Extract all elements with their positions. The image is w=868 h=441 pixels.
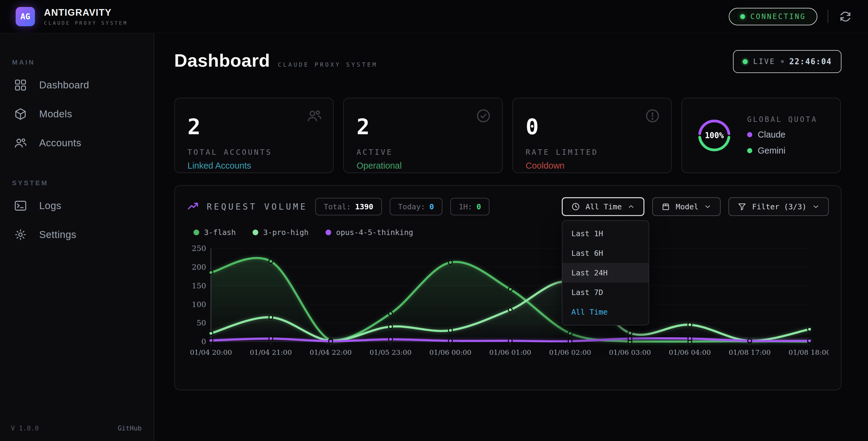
app-logo: AG (16, 7, 35, 26)
dropdown-option-last-7d[interactable]: Last 7D (562, 283, 649, 302)
dropdown-option-last-6h[interactable]: Last 6H (562, 243, 649, 263)
live-clock: 22:46:04 (789, 57, 832, 66)
legend-dot-icon (326, 230, 331, 235)
legend-label: 3-pro-high (263, 228, 309, 237)
model-filter-button[interactable]: Model (652, 197, 721, 216)
total-accounts-label: TOTAL ACCOUNTS (187, 148, 320, 156)
total-accounts-value: 2 (187, 116, 320, 138)
svg-text:01/06 03:00: 01/06 03:00 (609, 348, 651, 356)
svg-text:01/08 18:00: 01/08 18:00 (788, 348, 829, 356)
legend-item-opus-4-5-thinking[interactable]: opus-4-5-thinking (326, 228, 413, 237)
live-label: LIVE (753, 57, 775, 66)
svg-text:01/04 20:00: 01/04 20:00 (190, 348, 232, 356)
users-icon (14, 136, 27, 150)
svg-text:100: 100 (192, 300, 206, 309)
total-pill-label: Total: (324, 202, 351, 211)
quota-legend-gemini: Gemini (747, 146, 817, 156)
app-version: V 1.0.0 (11, 424, 39, 432)
terminal-icon (14, 199, 27, 212)
live-status-badge: LIVE 22:46:04 (733, 50, 841, 73)
time-range-button[interactable]: All Time (562, 197, 644, 216)
svg-text:150: 150 (192, 282, 206, 290)
chart-legend: 3-flash3-pro-highopus-4-5-thinking (187, 228, 829, 237)
svg-text:01/06 01:00: 01/06 01:00 (489, 348, 531, 356)
time-range-label: All Time (586, 202, 622, 211)
line-chart-svg: 05010015020025001/04 20:0001/04 21:0001/… (187, 242, 829, 362)
gear-icon (14, 228, 27, 241)
today-pill-label: Today: (398, 202, 425, 211)
today-requests-pill: Today: 0 (390, 198, 442, 215)
sidebar-item-label: Logs (39, 200, 61, 211)
sidebar-section-main: MAIN (12, 59, 154, 66)
legend-item-3-pro-high[interactable]: 3-pro-high (253, 228, 309, 237)
sidebar-item-label: Dashboard (39, 79, 89, 91)
time-range-dropdown: Last 1HLast 6HLast 24HLast 7DAll Time (562, 220, 649, 325)
svg-text:250: 250 (192, 244, 206, 253)
svg-text:0: 0 (201, 337, 206, 346)
svg-text:50: 50 (196, 319, 206, 327)
svg-text:200: 200 (192, 263, 206, 271)
dropdown-option-last-1h[interactable]: Last 1H (562, 224, 649, 243)
hour-pill-value: 0 (476, 202, 481, 211)
claude-dot-icon (747, 132, 752, 137)
filter-label: Filter (3/3) (752, 202, 807, 211)
svg-text:01/06 00:00: 01/06 00:00 (430, 348, 472, 356)
panel-title: REQUEST VOLUME (207, 202, 307, 212)
grid-icon (14, 79, 27, 92)
total-accounts-sub: Linked Accounts (187, 161, 320, 171)
separator-dot-icon (781, 60, 784, 63)
rate-limited-card: 0 RATE LIMITED Cooldown (513, 98, 672, 173)
cube-icon (14, 108, 27, 121)
users-icon (307, 108, 322, 124)
sidebar-item-models[interactable]: Models (11, 99, 154, 128)
sidebar-item-label: Accounts (39, 137, 82, 149)
sidebar-item-logs[interactable]: Logs (11, 191, 154, 220)
claude-legend-label: Claude (758, 130, 785, 140)
box-icon (661, 202, 670, 211)
sidebar-item-label: Settings (39, 229, 76, 240)
connection-status-dot-icon (740, 14, 745, 19)
hour-requests-pill: 1H: 0 (450, 198, 490, 215)
quota-title: GLOBAL QUOTA (747, 115, 817, 124)
top-bar: AG ANTIGRAVITY CLAUDE PROXY SYSTEM CONNE… (0, 0, 868, 33)
active-label: ACTIVE (356, 148, 490, 156)
svg-text:01/06 02:00: 01/06 02:00 (549, 348, 591, 356)
dropdown-option-all-time[interactable]: All Time (562, 302, 649, 322)
brand-block: ANTIGRAVITY CLAUDE PROXY SYSTEM (44, 7, 128, 26)
svg-text:01/06 04:00: 01/06 04:00 (669, 348, 711, 356)
active-card: 2 ACTIVE Operational (343, 98, 503, 173)
total-requests-pill: Total: 1390 (315, 198, 382, 215)
topbar-divider (828, 10, 828, 23)
gemini-dot-icon (747, 148, 752, 153)
trending-up-icon (187, 201, 199, 213)
legend-dot-icon (193, 230, 199, 235)
filter-button[interactable]: Filter (3/3) (728, 197, 829, 216)
github-link[interactable]: GitHub (118, 424, 142, 432)
dropdown-option-last-24h[interactable]: Last 24H (562, 263, 649, 283)
request-volume-panel: REQUEST VOLUME Total: 1390 Today: 0 1H: … (174, 185, 841, 390)
active-value: 2 (356, 116, 490, 138)
chevron-up-icon (627, 203, 635, 210)
sidebar-item-settings[interactable]: Settings (11, 220, 154, 249)
sidebar: MAINDashboardModelsAccountsSYSTEMLogsSet… (0, 33, 154, 441)
svg-text:01/04 21:00: 01/04 21:00 (250, 348, 292, 356)
connection-status-text: CONNECTING (750, 12, 806, 21)
sidebar-item-dashboard[interactable]: Dashboard (11, 70, 154, 99)
funnel-icon (738, 202, 747, 211)
request-volume-chart: 05010015020025001/04 20:0001/04 21:0001/… (187, 242, 829, 362)
refresh-button[interactable] (838, 10, 852, 24)
today-pill-value: 0 (430, 202, 434, 211)
app-name: ANTIGRAVITY (44, 7, 128, 18)
sidebar-item-label: Models (39, 108, 72, 120)
legend-dot-icon (253, 230, 258, 235)
legend-item-3-flash[interactable]: 3-flash (193, 228, 236, 237)
total-pill-value: 1390 (355, 202, 373, 211)
quota-legend-claude: Claude (747, 130, 817, 140)
quota-donut: 100% (695, 116, 734, 155)
sidebar-item-accounts[interactable]: Accounts (11, 128, 154, 157)
rate-limited-value: 0 (526, 116, 658, 138)
page-title: Dashboard (174, 50, 270, 71)
connection-status-badge: CONNECTING (729, 8, 818, 25)
app-subtitle: CLAUDE PROXY SYSTEM (44, 20, 128, 26)
quota-percent: 100% (695, 116, 734, 155)
